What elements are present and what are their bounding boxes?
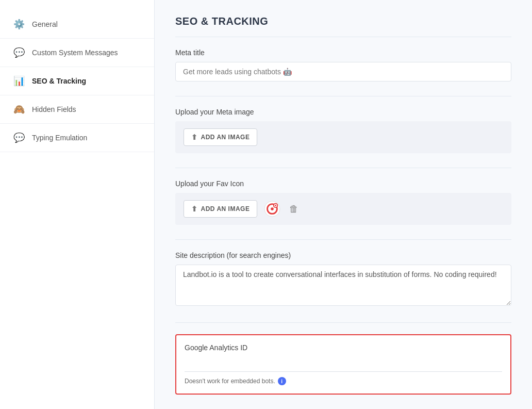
divider-2 (175, 168, 511, 168)
meta-image-section: Upload your Meta image ⬆ ADD AN IMAGE (175, 108, 511, 153)
site-description-textarea[interactable]: Landbot.io is a tool to create conversat… (175, 265, 511, 306)
main-content: SEO & TRACKING Meta title Upload your Me… (155, 0, 532, 409)
sidebar-item-hidden-fields[interactable]: 🙈 Hidden Fields (0, 95, 154, 124)
page-title: SEO & TRACKING (175, 15, 511, 27)
sidebar-item-label: SEO & Tracking (32, 77, 86, 85)
sidebar-item-general[interactable]: ⚙️ General (0, 10, 154, 39)
fav-icon-label: Upload your Fav Icon (175, 179, 511, 188)
typing-icon: 💬 (12, 131, 26, 144)
title-divider (175, 37, 511, 37)
fav-icon-preview (263, 200, 281, 218)
meta-image-button-label: ADD AN IMAGE (201, 134, 250, 141)
sidebar-item-custom-system-messages[interactable]: 💬 Custom System Messages (0, 39, 154, 67)
sidebar-item-label: Custom System Messages (32, 48, 118, 57)
sidebar-item-label: Hidden Fields (32, 105, 76, 113)
google-analytics-label: Google Analytics ID (185, 343, 502, 352)
divider-4 (175, 322, 511, 323)
fav-icon-delete-button[interactable]: 🗑 (287, 202, 301, 217)
meta-title-input[interactable] (175, 62, 511, 81)
sidebar-item-label: General (32, 20, 58, 28)
fav-icon-svg (264, 201, 280, 217)
sidebar: ⚙️ General 💬 Custom System Messages 📊 SE… (0, 0, 155, 409)
meta-image-upload-area: ⬆ ADD AN IMAGE (175, 121, 511, 153)
meta-title-label: Meta title (175, 48, 511, 57)
site-description-label: Site description (for search engines) (175, 251, 511, 259)
google-analytics-section: Google Analytics ID Doesn't work for emb… (175, 334, 511, 395)
sidebar-item-label: Typing Emulation (32, 134, 87, 142)
upload-icon-2: ⬆ (191, 205, 198, 213)
hidden-icon: 🙈 (12, 103, 26, 116)
google-analytics-input[interactable] (185, 357, 502, 372)
gear-icon: ⚙️ (12, 18, 26, 31)
svg-point-4 (275, 205, 277, 206)
fav-icon-section: Upload your Fav Icon ⬆ ADD AN IMAGE 🗑 (175, 179, 511, 225)
fav-icon-upload-area: ⬆ ADD AN IMAGE 🗑 (175, 193, 511, 225)
meta-title-section: Meta title (175, 48, 511, 81)
upload-icon: ⬆ (191, 133, 198, 141)
meta-image-upload-button[interactable]: ⬆ ADD AN IMAGE (184, 128, 257, 146)
chat-icon: 💬 (12, 46, 26, 59)
sidebar-item-seo-tracking[interactable]: 📊 SEO & Tracking (0, 67, 154, 95)
sidebar-item-typing-emulation[interactable]: 💬 Typing Emulation (0, 124, 154, 152)
fav-icon-button-label: ADD AN IMAGE (201, 205, 250, 212)
trash-icon: 🗑 (289, 204, 298, 214)
divider-3 (175, 239, 511, 240)
bar-chart-icon: 📊 (12, 74, 26, 88)
divider-1 (175, 96, 511, 96)
fav-icon-upload-button[interactable]: ⬆ ADD AN IMAGE (184, 200, 257, 218)
meta-image-label: Upload your Meta image (175, 108, 511, 116)
svg-point-2 (271, 207, 274, 210)
google-analytics-helper: Doesn't work for embedded bots. i (185, 377, 502, 385)
google-analytics-info-icon[interactable]: i (278, 377, 286, 385)
site-description-section: Site description (for search engines) La… (175, 251, 511, 308)
